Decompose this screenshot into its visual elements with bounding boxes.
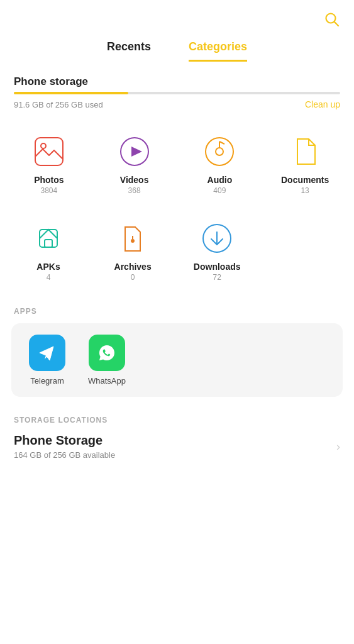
telegram-label: Telegram [30,376,64,386]
category-downloads[interactable]: Downloads 72 [175,214,259,288]
apks-icon [30,220,67,257]
storage-bar-fill [14,92,128,94]
tab-categories[interactable]: Categories [189,40,247,62]
svg-marker-5 [131,147,142,157]
svg-line-1 [335,22,338,26]
storage-section: Phone storage 91.6 GB of 256 GB used Cle… [0,62,354,109]
storage-title: Phone storage [14,75,340,88]
svg-rect-8 [40,230,57,247]
documents-label: Documents [281,175,329,185]
category-archives[interactable]: Archives 0 [91,214,175,288]
audio-count: 409 [213,186,226,195]
storage-location-sub: 164 GB of 256 GB available [14,450,115,460]
categories-grid-row1: Photos 3804 Videos 368 Audio 409 [0,109,354,208]
cleanup-button[interactable]: Clean up [305,99,340,109]
svg-point-10 [131,239,135,243]
videos-label: Videos [120,175,149,185]
archives-icon [114,220,151,257]
categories-grid-row2: APKs 4 Archives 0 Downloads 72 [0,208,265,301]
telegram-icon [29,335,65,371]
photos-count: 3804 [41,186,58,195]
category-audio[interactable]: Audio 409 [177,127,263,201]
svg-point-3 [41,143,46,148]
storage-info-row: 91.6 GB of 256 GB used Clean up [14,99,340,109]
audio-icon [201,133,238,170]
category-documents[interactable]: Documents 13 [262,127,348,201]
chevron-right-icon: › [336,440,340,453]
storage-location-info: Phone Storage 164 GB of 256 GB available [14,433,115,460]
downloads-label: Downloads [194,262,241,272]
category-photos[interactable]: Photos 3804 [6,127,92,201]
whatsapp-icon [89,335,125,371]
header [0,0,354,34]
photos-icon [31,133,67,170]
storage-bar [14,92,340,94]
apks-label: APKs [36,262,60,272]
documents-icon [287,133,323,170]
svg-rect-9 [45,240,52,247]
archives-count: 0 [131,273,135,282]
whatsapp-label: WhatsApp [88,376,126,386]
app-telegram[interactable]: Telegram [29,335,65,386]
photos-label: Photos [34,175,64,185]
apks-count: 4 [47,273,51,282]
apps-card: Telegram WhatsApp [11,323,343,397]
category-videos[interactable]: Videos 368 [92,127,177,201]
storage-used-text: 91.6 GB of 256 GB used [14,100,103,109]
downloads-count: 72 [213,273,221,282]
tab-recents[interactable]: Recents [107,40,151,62]
search-button[interactable] [324,11,340,28]
documents-count: 13 [301,186,309,195]
downloads-icon [199,220,235,257]
storage-location-name: Phone Storage [14,433,115,448]
category-apks[interactable]: APKs 4 [6,214,91,288]
videos-icon [116,133,153,170]
apps-section-label: APPS [0,301,354,323]
svg-point-7 [216,148,223,155]
storage-locations-section: STORAGE LOCATIONS Phone Storage 164 GB o… [0,409,354,465]
archives-label: Archives [114,262,152,272]
storage-location-phone[interactable]: Phone Storage 164 GB of 256 GB available… [14,433,340,465]
storage-locations-label: STORAGE LOCATIONS [14,416,340,425]
app-whatsapp[interactable]: WhatsApp [88,335,126,386]
audio-label: Audio [207,175,233,185]
videos-count: 368 [128,186,141,195]
tabs-bar: Recents Categories [0,34,354,62]
